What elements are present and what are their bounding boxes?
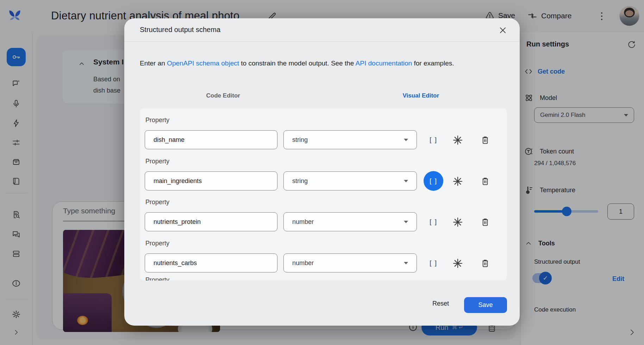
delete-property-trash-icon[interactable] — [480, 217, 490, 227]
dialog-title: Structured output schema — [140, 26, 220, 34]
property-name-input[interactable]: nutrients_protein — [145, 212, 277, 231]
array-toggle-button[interactable]: [ ] — [424, 130, 443, 150]
structured-output-schema-dialog: Structured output schema Enter an OpenAP… — [124, 18, 520, 326]
property-type-select[interactable]: number — [283, 253, 417, 272]
reset-button[interactable]: Reset — [432, 300, 449, 307]
delete-property-trash-icon[interactable] — [480, 135, 490, 145]
property-name-input[interactable]: dish_name — [145, 130, 277, 149]
required-asterisk-button[interactable] — [452, 217, 463, 227]
property-label-clipped: Property — [145, 276, 169, 281]
tab-code-editor[interactable]: Code Editor — [124, 89, 322, 107]
api-documentation-link[interactable]: API documentation — [356, 59, 412, 67]
openapi-schema-link[interactable]: OpenAPI schema object — [167, 59, 239, 67]
property-label: Property — [145, 117, 169, 124]
chevron-down-icon — [404, 262, 408, 264]
array-toggle-button[interactable]: [ ] — [424, 253, 443, 273]
required-asterisk-button[interactable] — [452, 135, 463, 145]
tab-visual-editor[interactable]: Visual Editor — [322, 89, 520, 107]
array-toggle-button-active[interactable]: [ ] — [424, 171, 443, 191]
property-type-select[interactable]: number — [283, 212, 417, 231]
required-asterisk-button[interactable] — [452, 176, 463, 187]
delete-property-trash-icon[interactable] — [480, 176, 490, 187]
delete-property-trash-icon[interactable] — [480, 258, 490, 269]
property-label: Property — [145, 158, 169, 165]
array-toggle-button[interactable]: [ ] — [424, 212, 443, 232]
dialog-save-button[interactable]: Save — [464, 297, 507, 313]
property-type-select[interactable]: string — [283, 130, 417, 149]
property-name-input[interactable]: main_ingredients — [145, 171, 277, 190]
property-type-select[interactable]: string — [283, 171, 417, 190]
property-label: Property — [145, 199, 169, 206]
property-name-input[interactable]: nutrients_carbs — [145, 253, 277, 272]
required-asterisk-button[interactable] — [452, 258, 463, 269]
chevron-down-icon — [404, 139, 408, 141]
schema-properties-panel: Property dish_name string [ ] Property m… — [140, 108, 507, 281]
dialog-titlebar: Structured output schema — [124, 18, 520, 42]
chevron-down-icon — [404, 221, 408, 223]
editor-tabs: Code Editor Visual Editor — [124, 89, 520, 107]
dialog-description: Enter an OpenAPI schema object to constr… — [140, 59, 454, 67]
chevron-down-icon — [404, 180, 408, 182]
property-label: Property — [145, 240, 169, 247]
close-icon[interactable] — [499, 26, 507, 34]
